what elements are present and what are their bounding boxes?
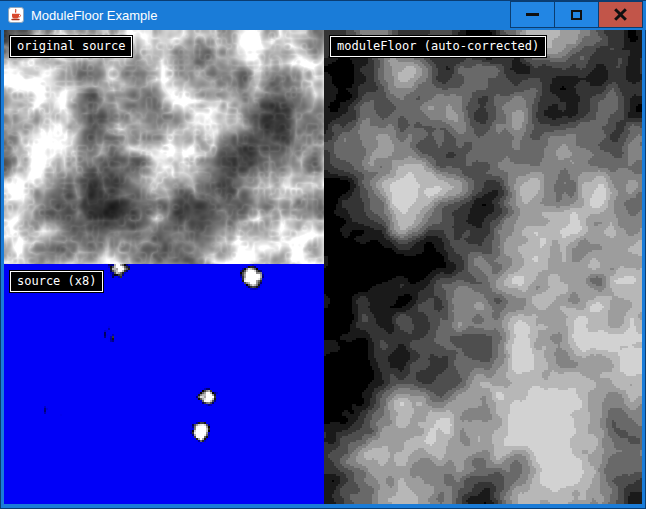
original-source-canvas bbox=[4, 30, 324, 264]
window-title: ModuleFloor Example bbox=[31, 0, 157, 30]
modulefloor-canvas bbox=[324, 30, 642, 504]
close-button[interactable] bbox=[598, 1, 643, 28]
maximize-button[interactable] bbox=[554, 1, 599, 28]
java-coffee-cup-icon bbox=[8, 7, 24, 23]
titlebar[interactable]: ModuleFloor Example bbox=[0, 0, 646, 30]
original-source-label: original source bbox=[10, 36, 132, 57]
app-window: ModuleFloor Example original source modu… bbox=[0, 0, 646, 509]
modulefloor-label: moduleFloor (auto-corrected) bbox=[330, 36, 546, 57]
window-controls bbox=[511, 1, 643, 28]
minimize-button[interactable] bbox=[510, 1, 555, 28]
source-x8-canvas bbox=[4, 264, 324, 504]
minimize-icon bbox=[526, 13, 539, 16]
maximize-icon bbox=[571, 10, 582, 20]
close-icon bbox=[613, 7, 628, 22]
source-x8-label: source (x8) bbox=[10, 271, 103, 292]
render-area: original source moduleFloor (auto-correc… bbox=[4, 30, 642, 504]
